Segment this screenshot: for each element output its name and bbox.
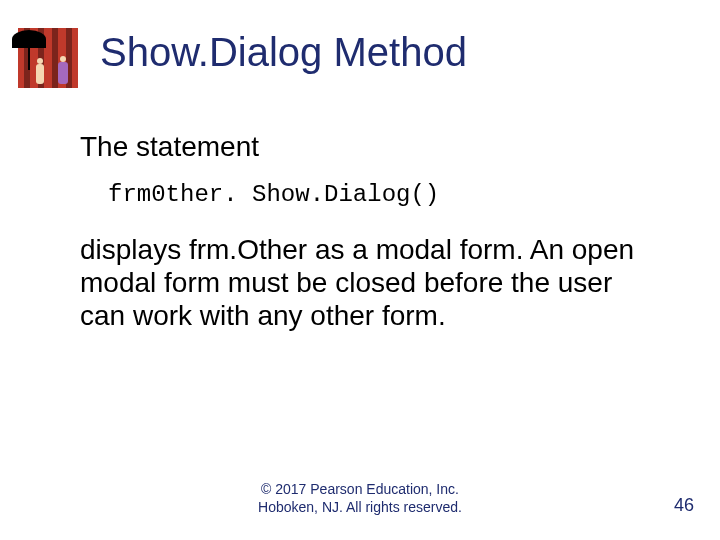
icon-background — [18, 28, 78, 88]
lead-text: The statement — [80, 130, 660, 163]
slide: Show.Dialog Method The statement frm0the… — [0, 0, 720, 540]
slide-title: Show.Dialog Method — [100, 30, 467, 75]
slide-decorative-icon — [18, 28, 78, 88]
copyright-line-2: Hoboken, NJ. All rights reserved. — [0, 499, 720, 517]
copyright-footer: © 2017 Pearson Education, Inc. Hoboken, … — [0, 481, 720, 516]
code-sample: frm0ther. Show.Dialog() — [108, 181, 660, 209]
slide-body: The statement frm0ther. Show.Dialog() di… — [80, 130, 660, 332]
copyright-line-1: © 2017 Pearson Education, Inc. — [0, 481, 720, 499]
page-number: 46 — [674, 495, 694, 516]
description-paragraph: displays frm.Other as a modal form. An o… — [80, 233, 660, 332]
